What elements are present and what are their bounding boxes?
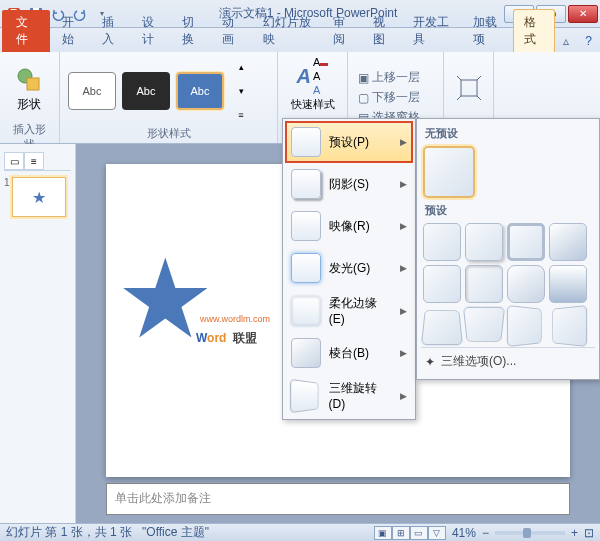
shapes-button[interactable]: 形状 bbox=[8, 56, 50, 122]
statusbar: 幻灯片 第 1 张，共 1 张 "Office 主题" ▣ ⊞ ▭ ▽ 41% … bbox=[0, 523, 600, 541]
preset-6[interactable] bbox=[465, 265, 503, 303]
preset-3[interactable] bbox=[507, 223, 545, 261]
bevel-icon bbox=[291, 338, 321, 368]
submenu-arrow-icon: ▶ bbox=[400, 137, 407, 147]
tab-addins[interactable]: 加载项 bbox=[463, 10, 513, 52]
options-3d-button[interactable]: ✦ 三维选项(O)... bbox=[421, 347, 595, 375]
preset-10[interactable] bbox=[463, 307, 505, 342]
quick-styles-label[interactable]: 快速样式 bbox=[291, 97, 335, 112]
text-fill-icon[interactable]: A bbox=[313, 56, 328, 68]
zoom-level[interactable]: 41% bbox=[452, 526, 476, 540]
reading-view-button[interactable]: ▭ bbox=[410, 526, 428, 540]
submenu-arrow-icon: ▶ bbox=[400, 263, 407, 273]
ribbon-minimize-icon[interactable]: ▵ bbox=[555, 30, 577, 52]
zoom-in-button[interactable]: + bbox=[571, 526, 578, 540]
send-backward-button[interactable]: ▢下移一层 bbox=[356, 88, 422, 107]
preset-none[interactable] bbox=[423, 146, 475, 198]
text-outline-icon[interactable]: A bbox=[313, 70, 328, 82]
style-preset-3[interactable]: Abc bbox=[176, 72, 224, 110]
soft-edges-icon bbox=[291, 296, 321, 326]
preset-9[interactable] bbox=[421, 310, 463, 345]
submenu-arrow-icon: ▶ bbox=[400, 221, 407, 231]
tab-design[interactable]: 设计 bbox=[132, 10, 172, 52]
size-icon[interactable] bbox=[455, 74, 483, 105]
preset-icon bbox=[291, 127, 321, 157]
preset-flyout: 无预设 预设 ✦ 三维选项(O)... bbox=[416, 118, 600, 380]
menu-3d-rotation[interactable]: 三维旋转(D) ▶ bbox=[285, 374, 413, 417]
ribbon-tabs: 文件 开始 插入 设计 切换 动画 幻灯片放映 审阅 视图 开发工具 加载项 格… bbox=[0, 28, 600, 52]
shape-effects-menu: 预设(P) ▶ 阴影(S) ▶ 映像(R) ▶ 发光(G) ▶ 柔化边缘(E) … bbox=[282, 118, 416, 420]
file-tab[interactable]: 文件 bbox=[2, 10, 50, 52]
menu-preset[interactable]: 预设(P) ▶ bbox=[285, 121, 413, 163]
notes-pane[interactable]: 单击此处添加备注 bbox=[106, 483, 570, 515]
zoom-out-button[interactable]: − bbox=[482, 526, 489, 540]
submenu-arrow-icon: ▶ bbox=[400, 348, 407, 358]
submenu-arrow-icon: ▶ bbox=[400, 306, 407, 316]
preset-4[interactable] bbox=[549, 223, 587, 261]
zoom-slider[interactable] bbox=[495, 531, 565, 535]
star-icon: ★ bbox=[32, 188, 46, 207]
bring-forward-button[interactable]: ▣上移一层 bbox=[356, 68, 422, 87]
group-shape-styles: Abc Abc Abc ▴ ▾ ≡ 形状样式 bbox=[60, 52, 278, 143]
text-effects-icon[interactable]: A bbox=[313, 84, 328, 96]
watermark: www.wordlm.com Word 联盟 bbox=[196, 314, 270, 348]
preset-12[interactable] bbox=[552, 305, 587, 347]
svg-rect-6 bbox=[461, 80, 477, 96]
menu-bevel[interactable]: 棱台(B) ▶ bbox=[285, 332, 413, 374]
style-preset-1[interactable]: Abc bbox=[68, 72, 116, 110]
bring-forward-icon: ▣ bbox=[358, 71, 369, 85]
slides-tab-icon[interactable]: ▭ bbox=[4, 152, 24, 170]
menu-glow[interactable]: 发光(G) ▶ bbox=[285, 247, 413, 289]
tab-animations[interactable]: 动画 bbox=[212, 10, 252, 52]
menu-reflection[interactable]: 映像(R) ▶ bbox=[285, 205, 413, 247]
slideshow-view-button[interactable]: ▽ bbox=[428, 526, 446, 540]
menu-shadow[interactable]: 阴影(S) ▶ bbox=[285, 163, 413, 205]
preset-1[interactable] bbox=[423, 223, 461, 261]
theme-info: "Office 主题" bbox=[142, 524, 209, 541]
gallery-expand-icon[interactable]: ≡ bbox=[230, 104, 252, 126]
style-preset-2[interactable]: Abc bbox=[122, 72, 170, 110]
presets-header: 预设 bbox=[421, 200, 595, 221]
fit-window-button[interactable]: ⊡ bbox=[584, 526, 594, 540]
normal-view-button[interactable]: ▣ bbox=[374, 526, 392, 540]
glow-icon bbox=[291, 253, 321, 283]
reflection-icon bbox=[291, 211, 321, 241]
group-label-shape-styles: 形状样式 bbox=[68, 126, 269, 143]
style-gallery-scroll: ▴ ▾ ≡ bbox=[230, 56, 252, 126]
tab-slideshow[interactable]: 幻灯片放映 bbox=[253, 10, 323, 52]
group-insert-shapes: 形状 插入形状 bbox=[0, 52, 60, 143]
thumbnail-panel: ▭ ≡ 1 ★ bbox=[0, 144, 76, 523]
submenu-arrow-icon: ▶ bbox=[400, 391, 407, 401]
preset-8[interactable] bbox=[549, 265, 587, 303]
preset-2[interactable] bbox=[465, 223, 503, 261]
zoom-thumb[interactable] bbox=[523, 528, 531, 538]
scroll-down-icon[interactable]: ▾ bbox=[230, 80, 252, 102]
help-icon[interactable]: ? bbox=[577, 30, 600, 52]
wordart-icon: A bbox=[297, 65, 311, 88]
thumb-preview: ★ bbox=[12, 177, 66, 217]
shapes-label: 形状 bbox=[17, 96, 41, 113]
options-3d-icon: ✦ bbox=[425, 355, 435, 369]
slide-thumbnail-1[interactable]: 1 ★ bbox=[4, 177, 71, 217]
no-preset-header: 无预设 bbox=[421, 123, 595, 144]
close-button[interactable]: ✕ bbox=[568, 5, 598, 23]
sorter-view-button[interactable]: ⊞ bbox=[392, 526, 410, 540]
thumb-number: 1 bbox=[4, 177, 10, 217]
tab-review[interactable]: 审阅 bbox=[323, 10, 363, 52]
preset-11[interactable] bbox=[507, 305, 542, 347]
tab-home[interactable]: 开始 bbox=[52, 10, 92, 52]
shapes-icon bbox=[15, 66, 43, 94]
menu-soft-edges[interactable]: 柔化边缘(E) ▶ bbox=[285, 289, 413, 332]
scroll-up-icon[interactable]: ▴ bbox=[230, 56, 252, 78]
preset-7[interactable] bbox=[507, 265, 545, 303]
tab-developer[interactable]: 开发工具 bbox=[403, 10, 463, 52]
view-buttons: ▣ ⊞ ▭ ▽ bbox=[374, 526, 446, 540]
tab-transitions[interactable]: 切换 bbox=[172, 10, 212, 52]
slide-info: 幻灯片 第 1 张，共 1 张 bbox=[6, 524, 132, 541]
preset-5[interactable] bbox=[423, 265, 461, 303]
outline-tab-icon[interactable]: ≡ bbox=[24, 152, 44, 170]
tab-format[interactable]: 格式 bbox=[513, 9, 555, 52]
tab-insert[interactable]: 插入 bbox=[92, 10, 132, 52]
send-backward-icon: ▢ bbox=[358, 91, 369, 105]
tab-view[interactable]: 视图 bbox=[363, 10, 403, 52]
